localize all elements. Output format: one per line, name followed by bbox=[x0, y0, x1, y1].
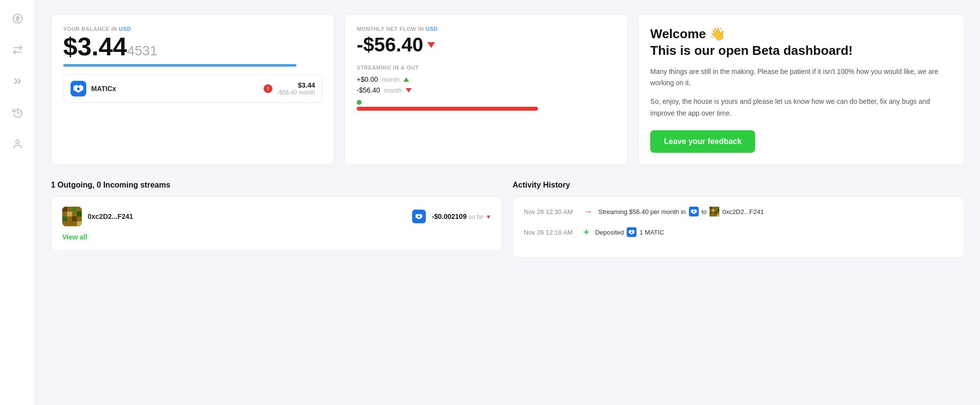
inflow-row: +$0.00 month bbox=[357, 75, 616, 83]
netflow-card: MONTHLY NET FLOW IN USD -$56.40 STREAMIN… bbox=[344, 14, 628, 165]
activity-time-1: Nov 26 12:30 AM bbox=[524, 208, 578, 215]
svg-rect-17 bbox=[712, 214, 714, 216]
user-icon[interactable] bbox=[9, 135, 26, 153]
stream-avatar bbox=[62, 207, 82, 226]
activity-section: Activity History Nov 26 12:30 AM → Strea… bbox=[513, 181, 964, 258]
activity-title: Activity History bbox=[513, 181, 964, 190]
history-icon[interactable] bbox=[9, 104, 26, 121]
welcome-title: Welcome 👋 This is our open Beta dashboar… bbox=[650, 26, 952, 59]
activity-desc-2: Deposited 1 MATIC bbox=[595, 227, 664, 237]
svg-rect-12 bbox=[710, 207, 712, 209]
svg-rect-18 bbox=[714, 212, 717, 214]
activity-avatar-1 bbox=[710, 207, 719, 216]
chevron-double-right-icon[interactable] bbox=[9, 72, 26, 90]
balance-label: YOUR BALANCE IN USD bbox=[63, 26, 322, 32]
netflow-down-arrow-icon bbox=[427, 42, 435, 48]
green-dot-bar bbox=[357, 100, 362, 105]
streams-card: 0xc2D2...F241 -$0.002109 so far ▼ View a… bbox=[51, 196, 503, 251]
activity-token-icon-2 bbox=[627, 227, 637, 237]
token-row: MATICx ! $3.44 -$56.40 month bbox=[63, 74, 322, 103]
outflow-row: -$56.40 month bbox=[357, 86, 616, 94]
main-content: YOUR BALANCE IN USD $3.444531 MATICx ! $… bbox=[35, 0, 980, 405]
red-bar bbox=[357, 107, 538, 111]
balance-progress-bar bbox=[63, 64, 296, 67]
dollar-circle-icon[interactable] bbox=[9, 10, 26, 27]
token-error-badge: ! bbox=[264, 84, 272, 93]
bottom-row: 1 Outgoing, 0 Incoming streams bbox=[51, 181, 964, 258]
activity-arrow-red-icon: → bbox=[584, 207, 592, 217]
svg-rect-8 bbox=[67, 221, 72, 226]
svg-rect-6 bbox=[77, 212, 82, 216]
svg-rect-5 bbox=[72, 207, 77, 212]
sidebar bbox=[0, 0, 35, 405]
balance-amount: $3.444531 bbox=[63, 34, 322, 59]
welcome-body-2: So, enjoy, the house is yours and please… bbox=[650, 96, 952, 119]
activity-arrow-green-icon: + bbox=[584, 227, 589, 238]
svg-rect-14 bbox=[714, 207, 717, 209]
streams-section: 1 Outgoing, 0 Incoming streams bbox=[51, 181, 503, 258]
svg-rect-3 bbox=[62, 207, 67, 212]
stream-amount: -$0.002109 so far ▼ bbox=[432, 212, 491, 221]
svg-point-1 bbox=[16, 140, 19, 143]
top-row: YOUR BALANCE IN USD $3.444531 MATICx ! $… bbox=[51, 14, 964, 165]
svg-rect-19 bbox=[717, 214, 719, 216]
arrow-down-icon bbox=[406, 88, 412, 93]
netflow-label: MONTHLY NET FLOW IN USD bbox=[357, 26, 616, 32]
balance-card: YOUR BALANCE IN USD $3.444531 MATICx ! $… bbox=[51, 14, 335, 165]
view-all-link[interactable]: View all bbox=[62, 233, 491, 241]
stream-bars bbox=[357, 100, 616, 111]
activity-item-2: Nov 26 12:18 AM + Deposited 1 MATIC bbox=[524, 227, 953, 238]
svg-rect-13 bbox=[712, 209, 714, 212]
activity-item-1: Nov 26 12:30 AM → Streaming $56.40 per m… bbox=[524, 207, 953, 217]
maticx-logo bbox=[71, 81, 86, 96]
stream-token-icon bbox=[412, 210, 426, 223]
svg-rect-16 bbox=[710, 212, 712, 214]
svg-rect-7 bbox=[62, 216, 67, 221]
welcome-body-1: Many things are still in the making. Ple… bbox=[650, 66, 952, 90]
token-name: MATICx bbox=[91, 85, 257, 93]
stream-item: 0xc2D2...F241 -$0.002109 so far ▼ bbox=[62, 207, 491, 226]
token-value: $3.44 -$56.40 month bbox=[277, 81, 315, 96]
svg-rect-15 bbox=[717, 209, 719, 212]
streams-title: 1 Outgoing, 0 Incoming streams bbox=[51, 181, 503, 190]
transfer-icon[interactable] bbox=[9, 41, 26, 59]
welcome-card: Welcome 👋 This is our open Beta dashboar… bbox=[638, 14, 964, 165]
arrow-up-icon bbox=[403, 77, 409, 82]
svg-rect-9 bbox=[72, 216, 77, 221]
streaming-section: STREAMING IN & OUT +$0.00 month -$56.40 … bbox=[357, 65, 616, 111]
svg-rect-10 bbox=[77, 221, 82, 226]
feedback-button[interactable]: Leave your feedback bbox=[650, 130, 755, 153]
stream-address: 0xc2D2...F241 bbox=[88, 213, 406, 220]
activity-time-2: Nov 26 12:18 AM bbox=[524, 229, 578, 236]
netflow-amount: -$56.40 bbox=[357, 34, 616, 56]
activity-token-icon-1 bbox=[689, 207, 699, 216]
activity-desc-1: Streaming $56.40 per month in to bbox=[598, 207, 764, 216]
svg-rect-4 bbox=[67, 212, 72, 216]
activity-card: Nov 26 12:30 AM → Streaming $56.40 per m… bbox=[513, 196, 964, 258]
